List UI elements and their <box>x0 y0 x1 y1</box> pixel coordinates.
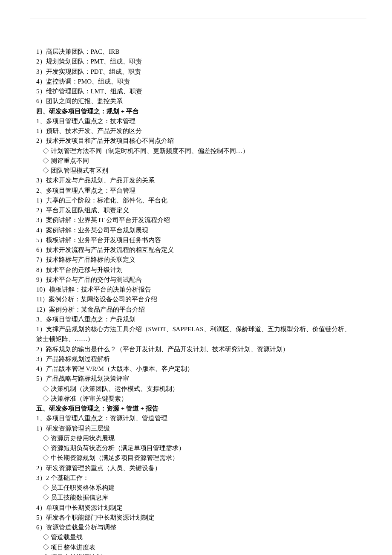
text-line: 12）案例分析：某食品产品的平台介绍 <box>36 305 362 315</box>
text-line: 11）案例分析：某网络设备公司的平台介绍 <box>36 295 362 304</box>
text-line: 2）路标规划的输出是什么？（平台开发计划、产品开发计划、技术研究计划、资源计划） <box>36 344 362 354</box>
document-page: 1）高层决策团队：PAC、IRB2）规划策划团队：PMT、组成、职责3）开发实现… <box>0 0 392 555</box>
text-line: 4）案例讲解：业务某公司平台规划展现 <box>36 225 362 235</box>
text-line: ◇ 团队管理模式有区别 <box>36 166 362 176</box>
text-line: ◇ 管道载量线 <box>36 532 362 542</box>
document-content: 1）高层决策团队：PAC、IRB2）规划策划团队：PMT、组成、职责3）开发实现… <box>36 47 362 555</box>
text-line: ◇ 决策机制（决策团队、运作模式、支撑机制） <box>36 384 362 394</box>
text-line: ◇ 资源短期负荷状态分析（满足单项目管理需求） <box>36 443 362 453</box>
text-line: 1）支撑产品规划的核心方法工具介绍（SWOT、$APPELAS、利润区、保龄球道… <box>36 324 362 334</box>
text-line: 2）技术开发项目和产品开发项目核心不同点介绍 <box>36 136 362 146</box>
text-line: 4）单项目中长期资源计划制定 <box>36 503 362 513</box>
text-line: 3、多项目管理八重点之：产品规划 <box>36 315 362 324</box>
text-line: 6）团队之间的汇报、监控关系 <box>36 96 362 106</box>
text-line: 1）预研、技术开发、产品开发的区分 <box>36 126 362 136</box>
text-line: 1）高层决策团队：PAC、IRB <box>36 47 362 57</box>
text-line: ◇ 测评重点不同 <box>36 156 362 166</box>
text-line: 1）研发资源管理的三层级 <box>36 424 362 434</box>
text-line: 2）规划策划团队：PMT、组成、职责 <box>36 57 362 66</box>
text-line: 3）技术开发与产品规划、产品开发的关系 <box>36 176 362 185</box>
text-line: 5）产品战略与路标规划决策评审 <box>36 374 362 384</box>
text-line: 9）技术平台与产品的交付与测试配合 <box>36 275 362 285</box>
text-line: ◇ 决策标准（评审关键要素） <box>36 394 362 404</box>
text-line: 10）模板讲解：技术平台的决策分析报告 <box>36 285 362 295</box>
text-line: ◇ 项目中长资源计划 <box>36 552 362 555</box>
text-line: 2）研发资源管理的重点（人员、关键设备） <box>36 463 362 473</box>
text-line: ◇ 员工任职资格体系构建 <box>36 483 362 493</box>
text-line: 2）平台开发团队组成、职责定义 <box>36 205 362 215</box>
text-line: 7）技术路标与产品路标的关联定义 <box>36 255 362 265</box>
text-line: 3）开发实现团队：PDT、组成、职责 <box>36 67 362 77</box>
text-line: 3）2 个基础工作： <box>36 473 362 483</box>
text-line: 1）共享的三个阶段：标准化、部件化、平台化 <box>36 196 362 205</box>
text-line: 2、多项目管理八重点之：平台管理 <box>36 186 362 196</box>
text-line: 波士顿矩阵、……） <box>36 334 362 344</box>
text-line: 6）资源管道载量分析与调整 <box>36 523 362 532</box>
text-line: 4）产品版本管理 V/R/M（大版本、小版本、客户定制） <box>36 364 362 374</box>
text-line: ◇ 中长期资源规划（满足多项目资源管理需求） <box>36 453 362 463</box>
section-heading: 四、研发多项目管理之：规划 + 平台 <box>36 107 362 116</box>
text-line: ◇ 计划管理方法不同（制定时机不同、更新频度不同、偏差控制不同…） <box>36 146 362 156</box>
text-line: 6）技术开发流程与产品开发流程的相互配合定义 <box>36 245 362 255</box>
text-line: 8）技术平台的迁移与升级计划 <box>36 265 362 275</box>
section-heading: 五、研发多项目管理之：资源 + 管道 + 报告 <box>36 404 362 413</box>
text-line: 1、多项目管理八重点之：技术管理 <box>36 116 362 126</box>
text-line: ◇ 员工技能数据信息库 <box>36 493 362 503</box>
text-line: 3）产品路标规划过程解析 <box>36 354 362 364</box>
text-line: 5）维护管理团队：LMT、组成、职责 <box>36 87 362 96</box>
text-line: 4）监控协调：PMO、组成、职责 <box>36 77 362 87</box>
text-line: 5）研发各个职能部门中长期资源计划制定 <box>36 513 362 523</box>
text-line: 3）案例讲解：业界某 IT 公司平台开发流程介绍 <box>36 215 362 225</box>
text-line: ◇ 资源历史使用状态展现 <box>36 434 362 443</box>
header-rule <box>30 18 366 18</box>
text-line: 1、多项目管理八重点之：资源计划、管道管理 <box>36 413 362 423</box>
text-line: 5）模板讲解：业务平台开发项目任务书内容 <box>36 235 362 245</box>
text-line: ◇ 项目整体进度表 <box>36 543 362 552</box>
